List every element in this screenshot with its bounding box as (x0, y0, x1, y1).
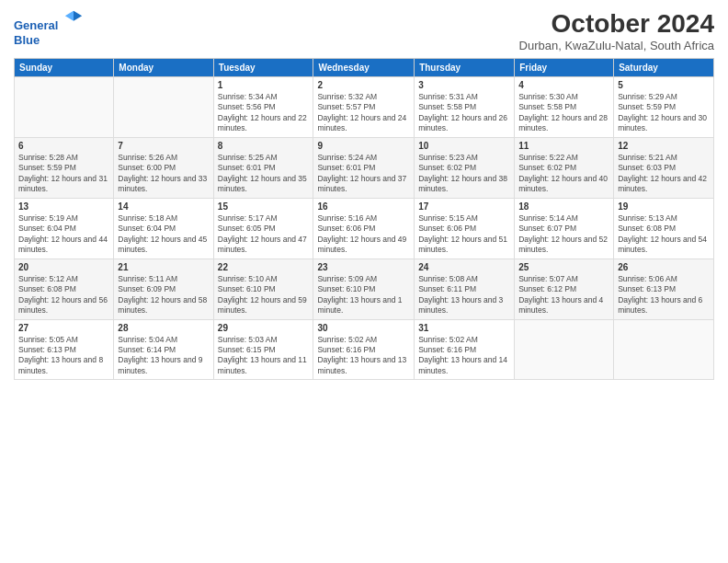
day-info: Sunrise: 5:30 AM Sunset: 5:58 PM Dayligh… (518, 92, 609, 134)
logo-flag-icon (63, 9, 84, 29)
day-number: 30 (317, 323, 410, 333)
calendar-cell: 2Sunrise: 5:32 AM Sunset: 5:57 PM Daylig… (313, 77, 415, 138)
day-number: 3 (418, 80, 510, 90)
day-number: 17 (418, 201, 510, 212)
calendar-cell: 4Sunrise: 5:30 AM Sunset: 5:58 PM Daylig… (515, 77, 614, 138)
day-info: Sunrise: 5:09 AM Sunset: 6:10 PM Dayligh… (317, 274, 410, 316)
calendar-table: Sunday Monday Tuesday Wednesday Thursday… (14, 58, 714, 380)
day-info: Sunrise: 5:15 AM Sunset: 6:06 PM Dayligh… (418, 213, 510, 256)
calendar-cell (515, 319, 614, 380)
col-wednesday: Wednesday (313, 59, 415, 77)
calendar-cell: 7Sunrise: 5:26 AM Sunset: 6:00 PM Daylig… (114, 137, 213, 198)
day-info: Sunrise: 5:21 AM Sunset: 6:03 PM Dayligh… (618, 153, 710, 195)
calendar-cell: 9Sunrise: 5:24 AM Sunset: 6:01 PM Daylig… (313, 137, 415, 198)
day-info: Sunrise: 5:14 AM Sunset: 6:07 PM Dayligh… (518, 213, 609, 256)
logo: General Blue (14, 9, 84, 47)
day-number: 11 (518, 141, 609, 151)
title-block: October 2024 Durban, KwaZulu-Natal, Sout… (519, 9, 714, 52)
day-info: Sunrise: 5:26 AM Sunset: 6:00 PM Dayligh… (118, 153, 209, 195)
calendar-cell: 13Sunrise: 5:19 AM Sunset: 6:04 PM Dayli… (15, 198, 114, 259)
day-number: 19 (618, 201, 710, 212)
calendar-cell (15, 77, 114, 138)
calendar-cell: 20Sunrise: 5:12 AM Sunset: 6:08 PM Dayli… (15, 259, 114, 319)
calendar-cell: 3Sunrise: 5:31 AM Sunset: 5:58 PM Daylig… (415, 77, 515, 138)
calendar-cell: 6Sunrise: 5:28 AM Sunset: 5:59 PM Daylig… (15, 137, 114, 198)
day-info: Sunrise: 5:16 AM Sunset: 6:06 PM Dayligh… (317, 213, 410, 256)
day-number: 20 (18, 262, 109, 272)
calendar-header-row: Sunday Monday Tuesday Wednesday Thursday… (15, 59, 714, 77)
day-info: Sunrise: 5:08 AM Sunset: 6:11 PM Dayligh… (418, 274, 510, 316)
col-saturday: Saturday (614, 59, 714, 77)
calendar-cell: 14Sunrise: 5:18 AM Sunset: 6:04 PM Dayli… (114, 198, 213, 259)
col-thursday: Thursday (415, 59, 515, 77)
day-info: Sunrise: 5:07 AM Sunset: 6:12 PM Dayligh… (518, 274, 609, 316)
calendar-cell: 18Sunrise: 5:14 AM Sunset: 6:07 PM Dayli… (515, 198, 614, 259)
col-tuesday: Tuesday (213, 59, 313, 77)
day-number: 8 (218, 141, 310, 151)
day-number: 29 (218, 323, 310, 333)
page: General Blue October 2024 Durban, KwaZul… (0, 0, 728, 563)
day-info: Sunrise: 5:03 AM Sunset: 6:15 PM Dayligh… (218, 335, 310, 377)
day-info: Sunrise: 5:10 AM Sunset: 6:10 PM Dayligh… (218, 274, 310, 316)
calendar-cell (614, 319, 714, 380)
day-info: Sunrise: 5:24 AM Sunset: 6:01 PM Dayligh… (317, 153, 410, 195)
calendar-cell: 19Sunrise: 5:13 AM Sunset: 6:08 PM Dayli… (614, 198, 714, 259)
day-number: 23 (317, 262, 410, 272)
day-number: 6 (18, 141, 109, 151)
month-title: October 2024 (519, 9, 714, 39)
day-number: 21 (118, 262, 209, 272)
day-info: Sunrise: 5:06 AM Sunset: 6:13 PM Dayligh… (618, 274, 710, 316)
calendar-cell: 30Sunrise: 5:02 AM Sunset: 6:16 PM Dayli… (313, 319, 415, 380)
day-info: Sunrise: 5:28 AM Sunset: 5:59 PM Dayligh… (18, 153, 109, 195)
calendar-cell: 29Sunrise: 5:03 AM Sunset: 6:15 PM Dayli… (213, 319, 313, 380)
day-number: 18 (518, 201, 609, 212)
day-info: Sunrise: 5:12 AM Sunset: 6:08 PM Dayligh… (18, 274, 109, 316)
calendar-cell: 17Sunrise: 5:15 AM Sunset: 6:06 PM Dayli… (415, 198, 515, 259)
day-number: 4 (518, 80, 609, 90)
calendar-cell (114, 77, 213, 138)
day-number: 1 (218, 80, 310, 90)
calendar-cell: 15Sunrise: 5:17 AM Sunset: 6:05 PM Dayli… (213, 198, 313, 259)
calendar-cell: 16Sunrise: 5:16 AM Sunset: 6:06 PM Dayli… (313, 198, 415, 259)
calendar-week-row: 6Sunrise: 5:28 AM Sunset: 5:59 PM Daylig… (15, 137, 714, 198)
svg-marker-0 (74, 11, 82, 21)
col-friday: Friday (515, 59, 614, 77)
day-info: Sunrise: 5:32 AM Sunset: 5:57 PM Dayligh… (317, 92, 410, 134)
calendar-cell: 27Sunrise: 5:05 AM Sunset: 6:13 PM Dayli… (15, 319, 114, 380)
col-sunday: Sunday (15, 59, 114, 77)
calendar-cell: 25Sunrise: 5:07 AM Sunset: 6:12 PM Dayli… (515, 259, 614, 319)
logo-line2: Blue (14, 33, 84, 48)
calendar-cell: 28Sunrise: 5:04 AM Sunset: 6:14 PM Dayli… (114, 319, 213, 380)
day-number: 26 (618, 262, 710, 272)
day-number: 16 (317, 201, 410, 212)
day-number: 28 (118, 323, 209, 333)
svg-marker-1 (65, 11, 74, 21)
day-number: 14 (118, 201, 209, 212)
day-number: 27 (18, 323, 109, 333)
logo-line1: General (14, 18, 58, 32)
calendar-cell: 26Sunrise: 5:06 AM Sunset: 6:13 PM Dayli… (614, 259, 714, 319)
day-number: 7 (118, 141, 209, 151)
day-number: 25 (518, 262, 609, 272)
calendar-week-row: 20Sunrise: 5:12 AM Sunset: 6:08 PM Dayli… (15, 259, 714, 319)
day-number: 24 (418, 262, 510, 272)
day-info: Sunrise: 5:31 AM Sunset: 5:58 PM Dayligh… (418, 92, 510, 134)
calendar-cell: 8Sunrise: 5:25 AM Sunset: 6:01 PM Daylig… (213, 137, 313, 198)
day-info: Sunrise: 5:13 AM Sunset: 6:08 PM Dayligh… (618, 213, 710, 256)
location-subtitle: Durban, KwaZulu-Natal, South Africa (519, 39, 714, 52)
day-info: Sunrise: 5:02 AM Sunset: 6:16 PM Dayligh… (418, 335, 510, 377)
calendar-cell: 21Sunrise: 5:11 AM Sunset: 6:09 PM Dayli… (114, 259, 213, 319)
calendar-cell: 31Sunrise: 5:02 AM Sunset: 6:16 PM Dayli… (415, 319, 515, 380)
day-info: Sunrise: 5:25 AM Sunset: 6:01 PM Dayligh… (218, 153, 310, 195)
day-info: Sunrise: 5:17 AM Sunset: 6:05 PM Dayligh… (218, 213, 310, 256)
calendar-cell: 10Sunrise: 5:23 AM Sunset: 6:02 PM Dayli… (415, 137, 515, 198)
calendar-cell: 11Sunrise: 5:22 AM Sunset: 6:02 PM Dayli… (515, 137, 614, 198)
calendar-week-row: 1Sunrise: 5:34 AM Sunset: 5:56 PM Daylig… (15, 77, 714, 138)
day-number: 22 (218, 262, 310, 272)
col-monday: Monday (114, 59, 213, 77)
day-number: 5 (618, 80, 710, 90)
day-number: 13 (18, 201, 109, 212)
calendar-cell: 22Sunrise: 5:10 AM Sunset: 6:10 PM Dayli… (213, 259, 313, 319)
day-number: 15 (218, 201, 310, 212)
calendar-cell: 23Sunrise: 5:09 AM Sunset: 6:10 PM Dayli… (313, 259, 415, 319)
